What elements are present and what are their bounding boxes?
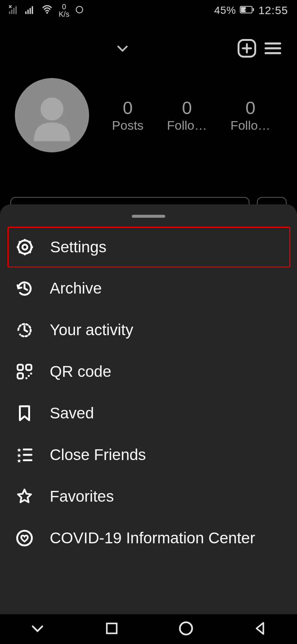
android-nav-bar bbox=[0, 614, 297, 644]
menu-item-covid[interactable]: COVID-19 Information Center bbox=[0, 517, 297, 559]
nav-hide-keyboard[interactable] bbox=[29, 620, 46, 638]
menu-label: Settings bbox=[50, 238, 107, 256]
svg-rect-17 bbox=[17, 365, 23, 370]
svg-point-16 bbox=[22, 245, 27, 249]
stat-following[interactable]: 0 Follo… bbox=[231, 98, 271, 133]
svg-rect-18 bbox=[26, 365, 32, 370]
svg-point-25 bbox=[180, 622, 192, 635]
star-icon bbox=[14, 486, 35, 507]
star-list-icon bbox=[14, 444, 35, 465]
stat-posts-label: Posts bbox=[112, 118, 144, 133]
battery-icon bbox=[240, 4, 255, 16]
status-left: 0 K/s bbox=[9, 3, 84, 18]
signal-sim2-icon bbox=[25, 5, 36, 16]
nav-back[interactable] bbox=[253, 621, 268, 637]
person-placeholder-icon bbox=[26, 89, 78, 141]
svg-rect-24 bbox=[107, 624, 117, 634]
chevron-down-icon bbox=[115, 41, 130, 56]
profile-top-bar bbox=[0, 35, 297, 61]
menu-item-your-activity[interactable]: Your activity bbox=[0, 309, 297, 351]
signal-sim1-icon bbox=[9, 5, 19, 16]
svg-rect-7 bbox=[32, 6, 33, 14]
menu-label: Your activity bbox=[50, 321, 133, 339]
svg-point-20 bbox=[28, 375, 30, 377]
hamburger-menu-button[interactable] bbox=[260, 35, 286, 61]
avatar[interactable] bbox=[15, 78, 89, 152]
menu-label: Favorites bbox=[50, 488, 114, 505]
menu-item-archive[interactable]: Archive bbox=[0, 268, 297, 309]
svg-point-9 bbox=[76, 6, 83, 13]
svg-rect-12 bbox=[253, 8, 254, 11]
menu-label: QR code bbox=[50, 363, 111, 381]
svg-rect-4 bbox=[25, 12, 27, 14]
svg-point-8 bbox=[46, 12, 48, 14]
svg-point-21 bbox=[30, 373, 32, 375]
history-icon bbox=[14, 278, 35, 299]
gear-icon bbox=[14, 237, 35, 258]
svg-rect-5 bbox=[27, 10, 29, 14]
stat-posts[interactable]: 0 Posts bbox=[112, 98, 144, 133]
clock: 12:55 bbox=[258, 4, 288, 17]
status-right: 45% 12:55 bbox=[214, 4, 288, 17]
stat-followers[interactable]: 0 Follo… bbox=[167, 98, 207, 133]
menu-label: COVID-19 Information Center bbox=[50, 529, 255, 547]
svg-point-14 bbox=[40, 97, 63, 120]
username-dropdown[interactable] bbox=[11, 41, 234, 56]
profile-header: 0 Posts 0 Follo… 0 Follo… bbox=[0, 78, 297, 152]
svg-rect-2 bbox=[13, 8, 15, 14]
menu-item-favorites[interactable]: Favorites bbox=[0, 476, 297, 517]
status-bar: 0 K/s 45% 12:55 bbox=[0, 0, 297, 21]
profile-stats: 0 Posts 0 Follo… 0 Follo… bbox=[100, 98, 282, 133]
wifi-icon bbox=[42, 5, 53, 16]
circle-indicator-icon bbox=[75, 6, 84, 15]
hamburger-icon bbox=[263, 39, 283, 58]
menu-item-settings[interactable]: Settings bbox=[7, 227, 290, 268]
svg-rect-3 bbox=[16, 6, 17, 14]
nav-recents[interactable] bbox=[104, 621, 119, 637]
stat-following-label: Follo… bbox=[231, 118, 271, 133]
stat-following-count: 0 bbox=[245, 98, 255, 118]
menu-item-saved[interactable]: Saved bbox=[0, 392, 297, 434]
svg-point-22 bbox=[26, 377, 27, 379]
menu-label: Archive bbox=[50, 279, 102, 297]
battery-percent: 45% bbox=[214, 4, 236, 16]
create-button[interactable] bbox=[234, 35, 260, 61]
svg-rect-19 bbox=[17, 373, 23, 379]
profile-menu-sheet: Settings Archive Your activity bbox=[0, 204, 297, 614]
svg-rect-1 bbox=[11, 10, 12, 14]
bookmark-icon bbox=[14, 403, 35, 424]
data-speed: 0 K/s bbox=[59, 3, 69, 18]
svg-rect-0 bbox=[9, 12, 10, 14]
menu-label: Close Friends bbox=[50, 446, 146, 464]
nav-home[interactable] bbox=[178, 620, 194, 638]
menu-item-close-friends[interactable]: Close Friends bbox=[0, 434, 297, 476]
qr-code-icon bbox=[14, 361, 35, 382]
menu-label: Saved bbox=[50, 404, 94, 422]
heart-circle-icon bbox=[14, 528, 35, 548]
plus-square-icon bbox=[237, 38, 257, 58]
menu-item-qr-code[interactable]: QR code bbox=[0, 351, 297, 392]
stat-followers-label: Follo… bbox=[167, 118, 207, 133]
stat-posts-count: 0 bbox=[123, 98, 133, 118]
activity-icon bbox=[14, 320, 35, 340]
sheet-drag-handle[interactable] bbox=[132, 215, 165, 218]
stat-followers-count: 0 bbox=[182, 98, 192, 118]
svg-rect-6 bbox=[30, 8, 31, 14]
